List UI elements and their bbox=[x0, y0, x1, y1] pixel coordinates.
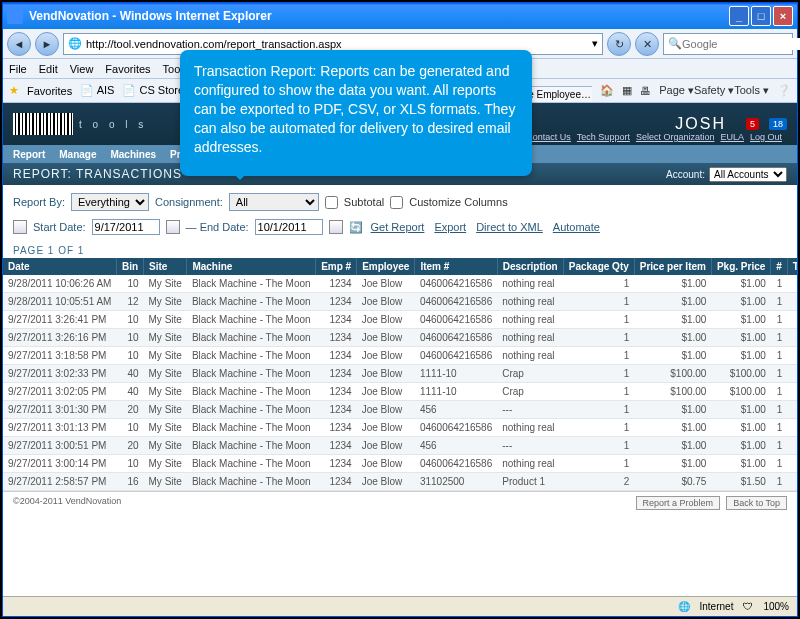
dropdown-icon[interactable]: ▾ bbox=[592, 37, 598, 50]
table-cell: 1234 bbox=[316, 437, 357, 455]
col-header[interactable]: Package Qty bbox=[563, 258, 634, 275]
close-button[interactable]: × bbox=[773, 6, 793, 26]
table-cell: 1 bbox=[771, 437, 788, 455]
table-row[interactable]: 9/27/2011 3:00:51 PM20My SiteBlack Machi… bbox=[3, 437, 797, 455]
refresh-button[interactable]: ↻ bbox=[607, 32, 631, 56]
url-input[interactable] bbox=[86, 38, 592, 50]
table-cell: 0460064216586 bbox=[415, 455, 497, 473]
table-row[interactable]: 9/27/2011 3:26:16 PM10My SiteBlack Machi… bbox=[3, 329, 797, 347]
startdate-picker-icon[interactable] bbox=[166, 220, 180, 234]
account-select[interactable]: All Accounts bbox=[709, 167, 787, 182]
menu-edit[interactable]: Edit bbox=[39, 63, 58, 75]
header-link[interactable]: EULA bbox=[720, 132, 744, 142]
col-header[interactable]: Total Price bbox=[787, 258, 797, 275]
ie-tool-tools[interactable]: Tools ▾ bbox=[734, 84, 769, 96]
forward-button[interactable]: ► bbox=[35, 32, 59, 56]
ie-tool-page[interactable]: Page ▾ bbox=[659, 84, 694, 96]
header-link[interactable]: Tech Support bbox=[577, 132, 630, 142]
table-cell: 1234 bbox=[316, 473, 357, 491]
protected-mode-icon[interactable]: 🛡 bbox=[743, 601, 753, 612]
search-box[interactable]: 🔍 bbox=[663, 33, 793, 55]
reportby-label: Report By: bbox=[13, 196, 65, 208]
report-problem-button[interactable]: Report a Problem bbox=[636, 496, 721, 510]
search-input[interactable] bbox=[682, 38, 800, 50]
col-header[interactable]: Machine bbox=[187, 258, 316, 275]
table-cell: 456 bbox=[415, 401, 497, 419]
col-header[interactable]: Date bbox=[3, 258, 116, 275]
minimize-button[interactable]: _ bbox=[729, 6, 749, 26]
calendar-icon[interactable] bbox=[13, 220, 27, 234]
header-link[interactable]: Select Organization bbox=[636, 132, 715, 142]
header-link[interactable]: Log Out bbox=[750, 132, 782, 142]
col-header[interactable]: Price per Item bbox=[634, 258, 711, 275]
window-title: VendNovation - Windows Internet Explorer bbox=[29, 9, 727, 23]
help-icon[interactable]: ❔ bbox=[777, 84, 791, 97]
col-header[interactable]: Description bbox=[497, 258, 563, 275]
fav-item[interactable]: 📄 AIS bbox=[80, 84, 114, 96]
refresh-icon[interactable]: 🔄 bbox=[349, 221, 363, 234]
col-header[interactable]: Bin bbox=[116, 258, 143, 275]
table-cell: 31102500 bbox=[415, 473, 497, 491]
maximize-button[interactable]: □ bbox=[751, 6, 771, 26]
consignment-select[interactable]: All bbox=[229, 193, 319, 211]
col-header[interactable]: Item # bbox=[415, 258, 497, 275]
table-cell: 1234 bbox=[316, 455, 357, 473]
table-row[interactable]: 9/27/2011 3:00:14 PM10My SiteBlack Machi… bbox=[3, 455, 797, 473]
subtotal-checkbox[interactable] bbox=[325, 196, 338, 209]
table-row[interactable]: 9/28/2011 10:06:26 AM10My SiteBlack Mach… bbox=[3, 275, 797, 293]
table-cell: 1 bbox=[563, 437, 634, 455]
table-cell: Black Machine - The Moon bbox=[187, 293, 316, 311]
customize-checkbox[interactable] bbox=[390, 196, 403, 209]
table-row[interactable]: 9/27/2011 3:02:33 PM40My SiteBlack Machi… bbox=[3, 365, 797, 383]
table-row[interactable]: 9/28/2011 10:05:51 AM12My SiteBlack Mach… bbox=[3, 293, 797, 311]
export-button[interactable]: Export bbox=[432, 221, 468, 233]
table-row[interactable]: 9/27/2011 3:18:58 PM10My SiteBlack Machi… bbox=[3, 347, 797, 365]
directxml-button[interactable]: Direct to XML bbox=[474, 221, 545, 233]
table-cell: 1 bbox=[771, 473, 788, 491]
table-row[interactable]: 9/27/2011 3:26:41 PM10My SiteBlack Machi… bbox=[3, 311, 797, 329]
col-header[interactable]: # bbox=[771, 258, 788, 275]
table-cell: $100.00 bbox=[787, 383, 797, 401]
favorites-star-icon[interactable]: ★ bbox=[9, 84, 19, 97]
table-cell: $1.00 bbox=[711, 401, 770, 419]
back-button[interactable]: ◄ bbox=[7, 32, 31, 56]
ie-tool-safety[interactable]: Safety ▾ bbox=[694, 84, 734, 96]
table-cell: 9/27/2011 3:00:51 PM bbox=[3, 437, 116, 455]
startdate-input[interactable] bbox=[92, 219, 160, 235]
table-cell: 9/27/2011 3:00:14 PM bbox=[3, 455, 116, 473]
enddate-input[interactable] bbox=[255, 219, 323, 235]
menu-view[interactable]: View bbox=[70, 63, 94, 75]
alert-badge-red[interactable]: 5 bbox=[746, 118, 759, 130]
col-header[interactable]: Employee bbox=[357, 258, 415, 275]
col-header[interactable]: Site bbox=[144, 258, 187, 275]
table-row[interactable]: 9/27/2011 2:58:57 PM16My SiteBlack Machi… bbox=[3, 473, 797, 491]
table-cell: $1.00 bbox=[787, 275, 797, 293]
enddate-picker-icon[interactable] bbox=[329, 220, 343, 234]
app-menu-item[interactable]: Manage bbox=[59, 149, 96, 160]
table-row[interactable]: 9/27/2011 3:01:13 PM10My SiteBlack Machi… bbox=[3, 419, 797, 437]
alert-badge-blue[interactable]: 18 bbox=[769, 118, 787, 130]
automate-button[interactable]: Automate bbox=[551, 221, 602, 233]
col-header[interactable]: Pkg. Price bbox=[711, 258, 770, 275]
getreport-button[interactable]: Get Report bbox=[369, 221, 427, 233]
print-icon[interactable]: 🖶 bbox=[640, 85, 651, 97]
zoom-label[interactable]: 100% bbox=[763, 601, 789, 612]
app-menu-item[interactable]: Machines bbox=[110, 149, 156, 160]
table-cell: 1 bbox=[771, 401, 788, 419]
menu-file[interactable]: File bbox=[9, 63, 27, 75]
app-menu-item[interactable]: Report bbox=[13, 149, 45, 160]
home-icon[interactable]: 🏠 bbox=[600, 84, 614, 97]
menu-favorites[interactable]: Favorites bbox=[105, 63, 150, 75]
table-cell: 1 bbox=[563, 455, 634, 473]
favorites-label[interactable]: Favorites bbox=[27, 85, 72, 97]
table-row[interactable]: 9/27/2011 3:02:05 PM40My SiteBlack Machi… bbox=[3, 383, 797, 401]
reportby-select[interactable]: Everything bbox=[71, 193, 149, 211]
back-to-top-button[interactable]: Back to Top bbox=[726, 496, 787, 510]
col-header[interactable]: Emp # bbox=[316, 258, 357, 275]
feeds-icon[interactable]: ▦ bbox=[622, 84, 632, 97]
table-cell: $0.75 bbox=[634, 473, 711, 491]
table-cell: 1 bbox=[771, 455, 788, 473]
stop-button[interactable]: ✕ bbox=[635, 32, 659, 56]
header-link[interactable]: Contact Us bbox=[526, 132, 571, 142]
table-row[interactable]: 9/27/2011 3:01:30 PM20My SiteBlack Machi… bbox=[3, 401, 797, 419]
